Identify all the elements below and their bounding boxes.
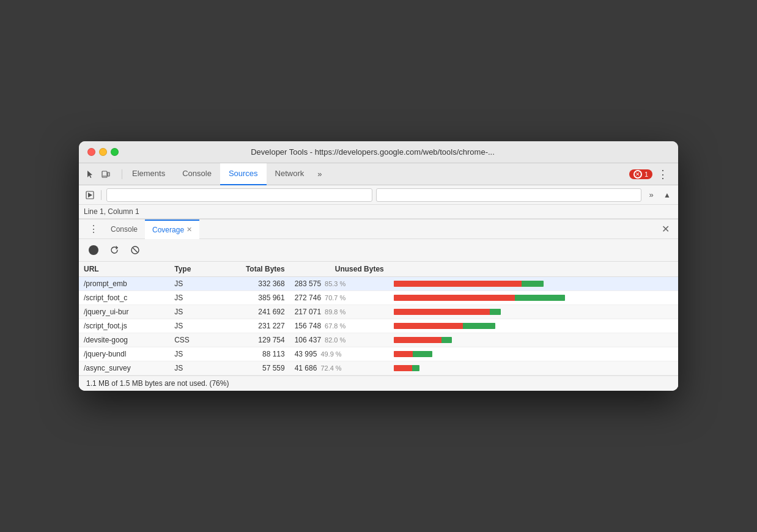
status-text: Line 1, Column 1 <box>84 207 139 216</box>
cell-type: JS <box>169 319 212 333</box>
drawer-menu-button[interactable]: ⋮ <box>84 223 103 235</box>
cell-bar <box>389 277 678 291</box>
record-icon <box>89 245 98 255</box>
col-bar <box>389 262 678 277</box>
title-bar: Developer Tools - https://developers.goo… <box>79 141 678 163</box>
devtools-icons <box>84 168 112 180</box>
table-row[interactable]: /jquery_ui-bur JS 241 692 217 071 89.8 % <box>79 305 678 319</box>
cell-bar <box>389 347 678 361</box>
cell-type: CSS <box>169 333 212 347</box>
unused-pct: 72.4 % <box>320 364 342 372</box>
cell-unused-bytes: 41 686 72.4 % <box>290 361 389 375</box>
cell-url: /script_foot_c <box>79 291 169 305</box>
tab-sources[interactable]: Sources <box>220 163 267 185</box>
cell-total-bytes: 129 754 <box>212 333 290 347</box>
coverage-table: URL Type Total Bytes Unused Bytes /promp… <box>79 262 678 375</box>
cell-type: JS <box>169 291 212 305</box>
sources-toolbar: » ▲ <box>79 185 678 205</box>
unused-value: 43 995 <box>295 350 317 358</box>
coverage-table-wrapper: URL Type Total Bytes Unused Bytes /promp… <box>79 262 678 375</box>
table-row[interactable]: /jquery-bundl JS 88 113 43 995 49.9 % <box>79 347 678 361</box>
col-unused-bytes[interactable]: Unused Bytes <box>290 262 389 277</box>
error-icon: ✕ <box>633 170 642 179</box>
table-row[interactable]: /devsite-goog CSS 129 754 106 437 82.0 % <box>79 333 678 347</box>
record-button[interactable] <box>86 243 101 257</box>
devtools-menu-button[interactable]: ⋮ <box>652 168 673 181</box>
cell-unused-bytes: 217 071 89.8 % <box>290 305 389 319</box>
cell-type: JS <box>169 347 212 361</box>
unused-value: 41 686 <box>295 364 317 372</box>
unused-pct: 85.3 % <box>325 280 347 287</box>
cell-url: /script_foot.js <box>79 319 169 333</box>
play-icon[interactable] <box>84 189 96 201</box>
cell-bar <box>389 319 678 333</box>
status-bar: Line 1, Column 1 <box>79 205 678 219</box>
unused-pct: 89.8 % <box>325 308 347 316</box>
unused-value: 156 748 <box>295 322 321 330</box>
drawer: ⋮ Console Coverage ✕ ✕ <box>79 219 678 391</box>
cell-type: JS <box>169 361 212 375</box>
tab-console[interactable]: Console <box>174 163 220 185</box>
cell-unused-bytes: 43 995 49.9 % <box>290 347 389 361</box>
coverage-footer: 1.1 MB of 1.5 MB bytes are not used. (76… <box>79 375 678 391</box>
unused-pct: 67.8 % <box>325 322 347 330</box>
cell-total-bytes: 57 559 <box>212 361 290 375</box>
clear-button[interactable] <box>128 243 142 257</box>
cell-url: /devsite-goog <box>79 333 169 347</box>
error-badge[interactable]: ✕ 1 <box>629 169 652 179</box>
unused-pct: 49.9 % <box>320 350 342 358</box>
cell-total-bytes: 385 961 <box>212 291 290 305</box>
separator <box>101 190 102 200</box>
unused-value: 106 437 <box>295 336 321 344</box>
cell-type: JS <box>169 277 212 291</box>
table-row[interactable]: /script_foot.js JS 231 227 156 748 67.8 … <box>79 319 678 333</box>
drawer-tab-bar: ⋮ Console Coverage ✕ ✕ <box>79 220 678 239</box>
cell-total-bytes: 231 227 <box>212 319 290 333</box>
drawer-tab-coverage[interactable]: Coverage ✕ <box>145 220 199 239</box>
window-title: Developer Tools - https://developers.goo… <box>79 147 670 157</box>
cell-total-bytes: 241 692 <box>212 305 290 319</box>
svg-line-6 <box>133 248 138 253</box>
cell-bar <box>389 291 678 305</box>
table-row[interactable]: /script_foot_c JS 385 961 272 746 70.7 % <box>79 291 678 305</box>
more-tabs-button[interactable]: » <box>312 169 327 179</box>
file-search-input[interactable] <box>106 188 372 202</box>
cell-unused-bytes: 106 437 82.0 % <box>290 333 389 347</box>
cell-bar <box>389 333 678 347</box>
cell-type: JS <box>169 305 212 319</box>
cursor-icon[interactable] <box>84 168 96 180</box>
svg-rect-1 <box>108 172 109 176</box>
unused-value: 217 071 <box>295 308 321 316</box>
search-input[interactable] <box>376 188 642 202</box>
tab-network[interactable]: Network <box>267 163 313 185</box>
tab-elements[interactable]: Elements <box>124 163 174 185</box>
col-total-bytes[interactable]: Total Bytes <box>212 262 290 277</box>
svg-marker-4 <box>88 193 92 198</box>
unused-pct: 70.7 % <box>325 294 347 301</box>
unused-value: 272 746 <box>295 294 321 302</box>
cell-url: /jquery_ui-bur <box>79 305 169 319</box>
col-type[interactable]: Type <box>169 262 212 277</box>
more-options-icon[interactable]: » <box>645 189 657 201</box>
cell-unused-bytes: 156 748 67.8 % <box>290 319 389 333</box>
devtools-window: Developer Tools - https://developers.goo… <box>79 141 678 391</box>
table-row[interactable]: /prompt_emb JS 332 368 283 575 85.3 % <box>79 277 678 291</box>
cell-unused-bytes: 272 746 70.7 % <box>290 291 389 305</box>
cell-url: /jquery-bundl <box>79 347 169 361</box>
drawer-close-button[interactable]: ✕ <box>658 223 673 235</box>
coverage-tab-close[interactable]: ✕ <box>186 226 192 234</box>
col-url[interactable]: URL <box>79 262 169 277</box>
reload-button[interactable] <box>107 243 122 257</box>
cell-total-bytes: 332 368 <box>212 277 290 291</box>
tab-bar: Elements Console Sources Network » ✕ 1 ⋮ <box>79 163 678 185</box>
drawer-tab-console[interactable]: Console <box>103 220 145 239</box>
coverage-toolbar <box>79 239 678 262</box>
device-icon[interactable] <box>100 168 112 180</box>
expand-icon[interactable]: ▲ <box>661 189 673 201</box>
cell-bar <box>389 361 678 375</box>
cell-total-bytes: 88 113 <box>212 347 290 361</box>
cell-bar <box>389 305 678 319</box>
cell-unused-bytes: 283 575 85.3 % <box>290 277 389 291</box>
table-row[interactable]: /async_survey JS 57 559 41 686 72.4 % <box>79 361 678 375</box>
unused-value: 283 575 <box>295 279 321 288</box>
